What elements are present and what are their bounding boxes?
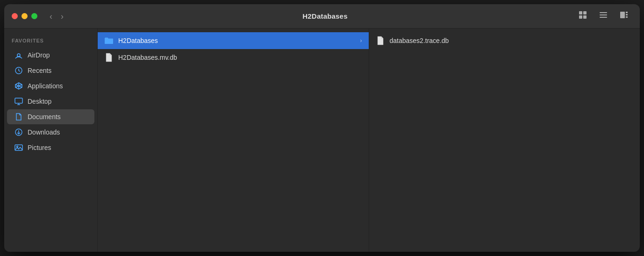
svg-rect-10 <box>626 16 628 18</box>
list-icon <box>599 10 608 20</box>
minimize-button[interactable] <box>21 13 28 19</box>
grid-view-button[interactable] <box>574 8 591 24</box>
file-item-h2databases-folder[interactable]: H2Databases › <box>98 32 369 49</box>
back-button[interactable]: ‹ <box>47 11 55 21</box>
svg-rect-16 <box>15 98 22 103</box>
folder-icon <box>104 36 114 45</box>
applications-icon <box>14 82 23 90</box>
main-area: Favorites AirDrop <box>4 28 640 252</box>
svg-rect-9 <box>626 14 628 15</box>
svg-rect-6 <box>600 17 607 18</box>
svg-rect-0 <box>579 11 582 14</box>
sidebar-item-pictures[interactable]: Pictures <box>7 140 94 155</box>
file-name-h2databases-folder: H2Databases <box>118 37 356 44</box>
svg-rect-7 <box>620 12 625 18</box>
list-view-button[interactable] <box>595 8 612 24</box>
preview-button[interactable] <box>615 8 632 24</box>
sidebar-section-title: Favorites <box>4 36 97 47</box>
pictures-icon <box>14 143 23 152</box>
sidebar-label-airdrop: AirDrop <box>28 51 50 59</box>
sidebar-label-documents: Documents <box>28 113 61 121</box>
sidebar-item-applications[interactable]: Applications <box>7 78 94 93</box>
airdrop-icon <box>14 51 23 59</box>
sidebar-item-downloads[interactable]: Downloads <box>7 125 94 140</box>
nav-controls: ‹ › <box>47 11 66 21</box>
svg-rect-21 <box>15 145 22 150</box>
file-item-h2databases-mv[interactable]: H2Databases.mv.db <box>98 49 369 66</box>
downloads-icon <box>14 128 23 136</box>
column-panel-1: H2Databases › H2Databases.mv.db <box>98 28 369 252</box>
window-title: H2Databases <box>76 12 574 20</box>
sidebar-item-documents[interactable]: Documents <box>7 109 94 124</box>
desktop-icon <box>14 97 23 106</box>
svg-rect-4 <box>600 12 607 13</box>
preview-icon <box>619 10 629 20</box>
documents-icon <box>14 113 23 121</box>
file-name-h2databases-mv: H2Databases.mv.db <box>118 54 362 61</box>
file-icon-trace <box>376 36 385 45</box>
toolbar-right <box>574 8 632 24</box>
svg-rect-3 <box>583 15 587 19</box>
svg-rect-8 <box>626 12 628 13</box>
sidebar-label-downloads: Downloads <box>28 128 60 136</box>
close-button[interactable] <box>12 13 18 19</box>
svg-rect-2 <box>579 15 582 19</box>
file-name-databases2-trace: databases2.trace.db <box>390 37 634 44</box>
chevron-right-icon: › <box>360 37 362 44</box>
file-icon <box>104 53 114 62</box>
grid-icon <box>578 10 587 20</box>
sidebar-label-desktop: Desktop <box>28 98 51 105</box>
content-area: H2Databases › H2Databases.mv.db <box>98 28 640 252</box>
title-bar: ‹ › H2Databases <box>4 4 640 28</box>
sidebar-label-applications: Applications <box>28 82 63 90</box>
recents-icon <box>14 66 23 75</box>
sidebar: Favorites AirDrop <box>4 28 98 252</box>
svg-rect-1 <box>583 11 587 14</box>
sidebar-label-pictures: Pictures <box>28 144 51 151</box>
column-panel-2: databases2.trace.db <box>369 28 640 252</box>
forward-button[interactable]: › <box>58 11 66 21</box>
sidebar-item-recents[interactable]: Recents <box>7 63 94 78</box>
file-item-databases2-trace[interactable]: databases2.trace.db <box>369 32 640 49</box>
sidebar-item-airdrop[interactable]: AirDrop <box>7 48 94 63</box>
maximize-button[interactable] <box>31 13 37 19</box>
traffic-lights <box>12 13 37 19</box>
sidebar-label-recents: Recents <box>28 67 51 74</box>
sidebar-item-desktop[interactable]: Desktop <box>7 94 94 109</box>
finder-window: ‹ › H2Databases <box>4 4 640 252</box>
svg-rect-5 <box>600 14 607 15</box>
